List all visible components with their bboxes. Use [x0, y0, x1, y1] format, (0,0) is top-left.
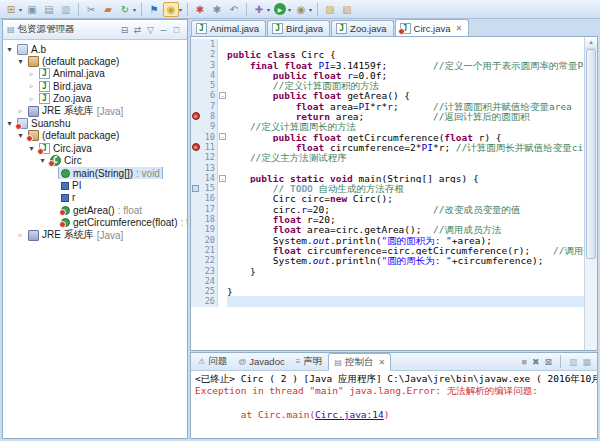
line-marker-ruler[interactable]	[191, 193, 200, 203]
new-wizard-icon[interactable]: ⊞	[3, 2, 19, 17]
code-text[interactable]: float r=20;	[227, 214, 585, 224]
code-text[interactable]: // TODO 自动生成的方法存根	[227, 183, 585, 193]
next-annotation-icon[interactable]: ✱	[192, 2, 208, 17]
error-marker-icon[interactable]: ✕	[192, 112, 200, 120]
line-marker-ruler[interactable]	[191, 101, 200, 111]
tree-item-getarea[interactable]: getArea() : float	[3, 204, 187, 216]
display-selected-console-icon[interactable]: ▥	[569, 357, 578, 367]
code-text[interactable]: //定义计算圆周长的方法	[227, 121, 585, 131]
code-text[interactable]: public static void main(String[] args) {	[227, 173, 585, 183]
line-marker-ruler[interactable]	[191, 152, 200, 162]
tree-expanded-arrow-icon[interactable]: ▾	[5, 119, 14, 128]
code-text[interactable]: final float PI=3.14159f; //定义一个用于表示圆周率的常…	[227, 60, 585, 70]
line-marker-ruler[interactable]	[191, 224, 200, 234]
code-text[interactable]: //定义计算圆面积的方法	[227, 80, 585, 90]
tree-item-getcircumference-float[interactable]: getCircumference(float) : float	[3, 216, 187, 228]
last-edit-location-icon[interactable]: ↶	[226, 2, 242, 17]
save-icon[interactable]: ▣	[24, 2, 40, 17]
open-console-icon[interactable]: ▦	[582, 357, 591, 367]
tab-bird-java[interactable]: JBird.java	[267, 20, 330, 36]
stacktrace-link[interactable]: Circ.java:14	[315, 409, 384, 420]
error-marker-icon[interactable]: ✕	[192, 143, 200, 151]
code-text[interactable]: System.out.println("圆的面积为: "+area);	[227, 235, 585, 245]
tree-expanded-arrow-icon[interactable]: ▾	[27, 144, 36, 153]
run-icon[interactable]: ▶	[274, 3, 286, 15]
tab-javadoc[interactable]: @Javadoc	[233, 355, 290, 369]
line-marker-ruler[interactable]	[191, 266, 200, 276]
tree-item-default-package[interactable]: ▾(default package)	[3, 130, 187, 142]
code-text[interactable]	[227, 163, 585, 173]
line-marker-ruler[interactable]	[191, 90, 200, 100]
terminate-icon[interactable]: ■	[521, 357, 526, 367]
code-text[interactable]: float circumference=2*PI*r; //计算圆周长并赋值给变…	[227, 142, 585, 152]
link-folder-icon[interactable]: ▧	[339, 2, 355, 17]
tree-collapsed-arrow-icon[interactable]: ▹	[16, 107, 25, 115]
tree-item-circ-java[interactable]: ▾JCirc.java	[3, 142, 187, 154]
refresh-dropdown-icon[interactable]: ▾	[133, 6, 136, 13]
print-icon[interactable]: ▤	[41, 2, 57, 17]
code-text[interactable]: System.out.println("圆的周长为: "+circumferen…	[227, 255, 585, 265]
fold-collapse-icon[interactable]: -	[219, 133, 226, 140]
view-menu-icon[interactable]: ▽	[144, 25, 157, 35]
tree-item-animal-java[interactable]: ▹JAnimal.java	[3, 68, 187, 80]
tree-collapsed-arrow-icon[interactable]: ▹	[27, 70, 36, 78]
tree-item-main-string[interactable]: main(String[]) : void	[3, 167, 187, 179]
line-marker-ruler[interactable]	[191, 214, 200, 224]
line-marker-ruler[interactable]	[191, 245, 200, 255]
tree-item-jre-系统库[interactable]: ▹JRE 系统库 [Java]	[3, 105, 187, 117]
line-marker-ruler[interactable]	[191, 235, 200, 245]
tab-问题[interactable]: ⚠问题	[193, 355, 232, 369]
code-text[interactable]: }	[227, 286, 585, 296]
settings-dropdown-icon[interactable]: ▾	[267, 6, 270, 13]
tab-zoo-java[interactable]: JZoo.java	[331, 20, 393, 36]
tree-item-a-b[interactable]: ▾A.b	[3, 43, 187, 55]
tab-声明[interactable]: ≡声明	[291, 355, 328, 369]
tree-item-suanshu[interactable]: ▾Suanshu	[3, 117, 187, 129]
code-text[interactable]	[227, 276, 585, 286]
export-icon[interactable]: ▥	[58, 2, 74, 17]
fold-collapse-icon[interactable]: -	[219, 92, 226, 99]
code-editor[interactable]: 12public class Circ {3 final float PI=3.…	[190, 36, 598, 351]
code-text[interactable]	[227, 39, 585, 49]
code-text[interactable]: float area=PI*r*r; //计算圆面积并赋值给变量area	[227, 101, 585, 111]
close-tab-icon[interactable]: ✕	[378, 358, 385, 367]
line-marker-ruler[interactable]	[191, 70, 200, 80]
java-application-icon[interactable]: ▰	[100, 2, 116, 17]
code-text[interactable]: public float r=0.0f;	[227, 70, 585, 80]
cut-icon[interactable]: ✂	[83, 2, 99, 17]
settings-icon[interactable]: ✚	[251, 2, 267, 17]
code-text[interactable]: public class Circ {	[227, 49, 585, 59]
editor-scrollbar[interactable]: ▲	[584, 37, 597, 350]
tree-expanded-arrow-icon[interactable]: ▾	[16, 131, 25, 140]
tree-item-circ[interactable]: ▾CCirc	[3, 155, 187, 167]
code-text[interactable]: }	[227, 266, 585, 276]
maximize-icon[interactable]: □	[170, 25, 183, 35]
tree-item-bird-java[interactable]: ▹JBird.java	[3, 80, 187, 92]
code-text[interactable]	[227, 296, 585, 306]
tree-collapsed-arrow-icon[interactable]: ▹	[16, 231, 25, 239]
line-marker-ruler[interactable]	[191, 132, 200, 142]
code-text[interactable]: public float getCircumference(float r) {	[227, 132, 585, 142]
link-with-editor-icon[interactable]: ⇄	[131, 25, 144, 35]
remove-all-launches-icon[interactable]: ⊠	[544, 357, 552, 367]
run-dropdown-icon[interactable]: ▾	[288, 6, 291, 13]
line-marker-ruler[interactable]	[191, 296, 200, 306]
close-tab-icon[interactable]: ✕	[455, 24, 462, 33]
highlight-toggle-dropdown-icon[interactable]: ▾	[179, 6, 182, 13]
tree-collapsed-arrow-icon[interactable]: ▹	[27, 95, 36, 103]
line-marker-ruler[interactable]	[191, 60, 200, 70]
line-marker-ruler[interactable]	[191, 286, 200, 296]
scroll-up-icon[interactable]: ▲	[585, 37, 597, 49]
tree-item-r[interactable]: r	[3, 192, 187, 204]
new-wizard-dropdown-icon[interactable]: ▾	[19, 6, 22, 13]
line-marker-ruler[interactable]	[191, 255, 200, 265]
scrollbar-thumb[interactable]	[586, 49, 596, 259]
line-marker-ruler[interactable]	[191, 39, 200, 49]
code-text[interactable]: Circ circ=new Circ();	[227, 193, 585, 203]
code-text[interactable]: float circumference=circ.getCircumferenc…	[227, 245, 585, 255]
line-marker-ruler[interactable]	[191, 49, 200, 59]
debug-flag-icon[interactable]: ⚑	[146, 2, 162, 17]
line-marker-ruler[interactable]: ✕	[191, 142, 200, 152]
tree-collapsed-arrow-icon[interactable]: ▹	[27, 82, 36, 90]
line-marker-ruler[interactable]	[191, 183, 200, 193]
